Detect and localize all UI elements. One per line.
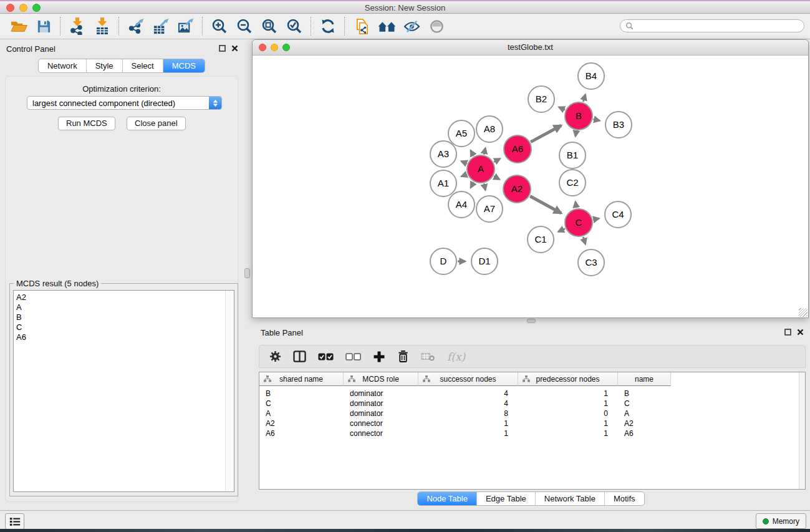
manage-networks-button[interactable] xyxy=(349,16,374,37)
float-panel-icon[interactable] xyxy=(784,329,791,336)
graph-edge-A-A1[interactable] xyxy=(461,175,467,177)
tab-network[interactable]: Network xyxy=(39,59,86,72)
graph-edge-A-A6[interactable] xyxy=(494,158,500,162)
graph-edge-B-B2[interactable] xyxy=(559,107,565,110)
float-panel-icon[interactable] xyxy=(219,45,226,52)
delete-entry-button[interactable] xyxy=(397,350,409,363)
tab-network-table[interactable]: Network Table xyxy=(535,492,604,505)
graph-node-C[interactable]: C xyxy=(565,209,592,236)
graph-node-A6[interactable]: A6 xyxy=(504,135,531,163)
graph-node-B[interactable]: B xyxy=(565,102,592,130)
graph-node-C3[interactable]: C3 xyxy=(578,249,604,276)
mcds-result-item[interactable]: B xyxy=(14,312,234,322)
zoom-fit-button[interactable] xyxy=(257,16,282,37)
delete-table-button[interactable] xyxy=(421,352,435,361)
graph-node-B3[interactable]: B3 xyxy=(605,112,632,138)
zoom-selected-button[interactable] xyxy=(282,16,307,37)
graph-edge-C-C3[interactable] xyxy=(583,237,586,244)
graph-node-A7[interactable]: A7 xyxy=(476,196,503,222)
add-entry-button[interactable] xyxy=(373,351,385,363)
graph-edge-B-B4[interactable] xyxy=(583,95,586,102)
result-scrollbar[interactable] xyxy=(225,291,234,491)
network-canvas[interactable]: AA1A2A3A4A5A6A7A8BB1B2B3B4CC1C2C3C4DD1 xyxy=(253,56,808,318)
column-settings-button[interactable] xyxy=(269,351,281,362)
home-button[interactable] xyxy=(374,16,399,37)
graph-edge-A-A3[interactable] xyxy=(461,162,467,164)
graph-node-B4[interactable]: B4 xyxy=(578,63,604,89)
graph-node-A3[interactable]: A3 xyxy=(430,141,456,167)
tab-edge-table[interactable]: Edge Table xyxy=(476,492,535,505)
mcds-result-listbox[interactable]: A2ABCA6 xyxy=(13,290,234,492)
refresh-layout-button[interactable] xyxy=(316,16,340,37)
vertical-splitter-handle[interactable] xyxy=(244,268,250,278)
mcds-result-item[interactable]: C xyxy=(14,322,234,332)
search-field[interactable] xyxy=(620,19,804,32)
search-input[interactable] xyxy=(637,21,804,31)
hide-network-button[interactable] xyxy=(399,16,424,37)
graph-edge-B-B3[interactable] xyxy=(593,119,599,120)
open-session-button[interactable] xyxy=(6,16,31,37)
table-scrollbar[interactable] xyxy=(799,372,805,489)
close-panel-icon[interactable] xyxy=(231,45,238,52)
table-row[interactable]: Bdominator41B xyxy=(259,389,805,399)
graph-edge-C-C2[interactable] xyxy=(576,202,577,208)
graph-node-A4[interactable]: A4 xyxy=(448,191,475,218)
tab-mcds[interactable]: MCDS xyxy=(163,59,205,72)
zoom-out-button[interactable] xyxy=(232,16,257,37)
save-session-button[interactable] xyxy=(31,16,56,37)
run-mcds-button[interactable]: Run MCDS xyxy=(58,117,115,130)
column-header-predecessor-nodes[interactable]: predecessor nodes xyxy=(518,372,618,386)
close-panel-button[interactable]: Close panel xyxy=(127,117,186,130)
graph-node-C1[interactable]: C1 xyxy=(528,226,554,253)
graph-node-A5[interactable]: A5 xyxy=(448,120,475,147)
table-row[interactable]: A6connector11A6 xyxy=(259,428,805,438)
show-network-button[interactable] xyxy=(424,16,449,37)
graph-edge-C-C1[interactable] xyxy=(558,229,565,232)
tab-motifs[interactable]: Motifs xyxy=(604,492,644,505)
graph-edge-A-A2[interactable] xyxy=(494,177,499,180)
graph-edge-A-A7[interactable] xyxy=(484,183,485,190)
memory-button[interactable]: Memory xyxy=(756,513,806,529)
zoom-in-button[interactable] xyxy=(207,16,232,37)
graph-node-D1[interactable]: D1 xyxy=(471,248,498,274)
mcds-result-item[interactable]: A6 xyxy=(14,332,234,342)
import-network-button[interactable] xyxy=(65,16,90,37)
deselect-all-button[interactable] xyxy=(345,353,361,360)
column-header-name[interactable]: name xyxy=(618,372,671,386)
graph-node-C2[interactable]: C2 xyxy=(559,170,586,196)
graph-edge-A6-B[interactable] xyxy=(531,125,561,142)
split-view-button[interactable] xyxy=(293,351,306,362)
graph-node-C4[interactable]: C4 xyxy=(605,201,631,228)
mcds-result-item[interactable]: A xyxy=(14,302,234,312)
graph-edge-A2-C[interactable] xyxy=(530,196,561,213)
graph-node-D[interactable]: D xyxy=(430,248,456,274)
graph-edge-C-C4[interactable] xyxy=(594,218,599,220)
export-network-button[interactable] xyxy=(123,16,148,37)
column-header-MCDS-role[interactable]: MCDS role xyxy=(344,372,418,386)
column-header-shared-name[interactable]: shared name xyxy=(259,372,344,386)
export-table-button[interactable] xyxy=(148,16,173,37)
graph-node-A[interactable]: A xyxy=(467,155,494,183)
window-resize-grip[interactable] xyxy=(799,308,808,317)
table-row[interactable]: Cdominator41C xyxy=(259,399,805,409)
graph-edge-A-A8[interactable] xyxy=(484,148,485,154)
graph-node-A8[interactable]: A8 xyxy=(476,116,503,142)
close-panel-icon[interactable] xyxy=(797,329,804,336)
graph-edge-A-A4[interactable] xyxy=(471,182,474,188)
table-row[interactable]: Adominator80A xyxy=(259,409,805,418)
graph-edge-A-A5[interactable] xyxy=(471,150,474,156)
table-row[interactable]: A2connector11A2 xyxy=(259,418,805,428)
graph-node-A2[interactable]: A2 xyxy=(503,175,531,203)
export-image-button[interactable] xyxy=(173,16,198,37)
graph-node-B1[interactable]: B1 xyxy=(559,142,586,168)
graph-edge-B-B1[interactable] xyxy=(576,131,576,137)
graph-node-A1[interactable]: A1 xyxy=(430,170,456,196)
tab-style[interactable]: Style xyxy=(86,59,122,72)
import-table-button[interactable] xyxy=(90,16,115,37)
tab-node-table[interactable]: Node Table xyxy=(418,492,476,505)
tab-select[interactable]: Select xyxy=(122,59,163,72)
graph-node-B2[interactable]: B2 xyxy=(528,86,554,112)
column-header-successor-nodes[interactable]: successor nodes xyxy=(418,372,518,386)
task-history-button[interactable] xyxy=(5,513,24,530)
criterion-dropdown[interactable]: largest connected component (directed) xyxy=(27,96,222,110)
